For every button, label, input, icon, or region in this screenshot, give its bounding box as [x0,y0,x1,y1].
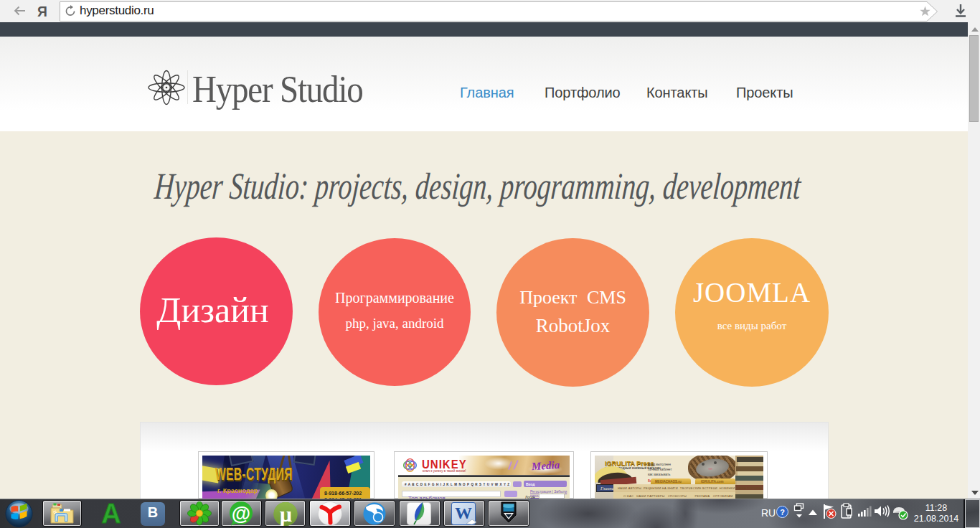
svg-text:?: ? [780,508,785,517]
svg-text:µ: µ [280,502,292,526]
svg-text:A: A [101,501,121,527]
svg-text:@: @ [232,503,250,524]
